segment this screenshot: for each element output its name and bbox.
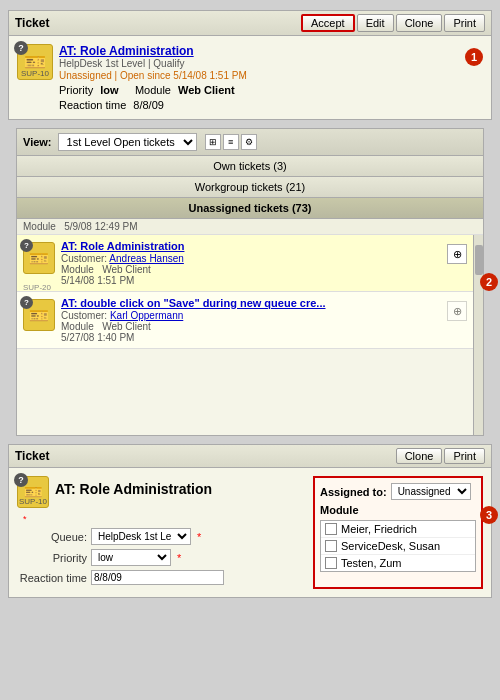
ticket-row-icon-1: ? 🎫: [23, 242, 55, 274]
view-bar: View: 1st Level Open tickets ⊞ ≡ ⚙: [17, 129, 483, 156]
view-label: View:: [23, 136, 52, 148]
module-form-row: Module: [320, 504, 476, 516]
section2-content: ? 🎫 AT: Role Administration Customer: An…: [17, 235, 473, 435]
ticket-row-content-2: AT: double click on "Save" during new qu…: [61, 297, 441, 343]
ticket-row-content-1: AT: Role Administration Customer: Andrea…: [61, 240, 441, 286]
section2-panel: View: 1st Level Open tickets ⊞ ≡ ⚙ Own t…: [16, 128, 484, 436]
section3-header: Ticket Clone Print: [9, 445, 491, 468]
module-row: Module 5/9/08 12:49 PM: [17, 219, 483, 235]
clone-button[interactable]: Clone: [396, 14, 443, 32]
ticket-sup-label: SUP-10: [18, 69, 52, 78]
section3-panel: Ticket Clone Print ? 🎫 SUP-10 AT: Role A…: [8, 444, 492, 598]
header-buttons: Accept Edit Clone Print: [301, 14, 485, 32]
section3-btns: Clone Print: [396, 448, 485, 464]
assigned-select[interactable]: Unassigned: [391, 483, 471, 500]
reaction-row: Reaction time 8/8/09: [59, 99, 457, 111]
date-2: 5/27/08 1:40 PM: [61, 332, 134, 343]
edit-button[interactable]: Edit: [357, 14, 394, 32]
list-icon[interactable]: ≡: [223, 134, 239, 150]
scrollbar[interactable]: [473, 235, 483, 435]
ticket-row-icon-2: ? 🎫: [23, 299, 55, 331]
unassigned-tickets-btn[interactable]: Unassigned tickets (73): [17, 198, 483, 219]
priority-required: *: [177, 552, 181, 564]
reaction-form-label: Reaction time: [17, 572, 87, 584]
section3-wrapper: Ticket Clone Print ? 🎫 SUP-10 AT: Role A…: [8, 444, 492, 598]
reaction-input[interactable]: [91, 570, 224, 585]
view-icons: ⊞ ≡ ⚙: [205, 134, 257, 150]
section1-body: ? 🎫 SUP-10 AT: Role Administration HelpD…: [9, 36, 491, 119]
ticket-icon-sup10: ? 🎫 SUP-10: [17, 44, 53, 80]
list-item: Testen, Zum: [321, 555, 475, 571]
section3-left: ? 🎫 SUP-10 AT: Role Administration * Que…: [17, 476, 305, 589]
queue-label: Queue:: [17, 531, 87, 543]
section3-title: Ticket: [15, 449, 49, 463]
agent-name-0: Meier, Friedrich: [341, 523, 417, 535]
section3-sup-label: SUP-10: [18, 497, 48, 506]
queue-row: Queue: HelpDesk 1st Le *: [17, 528, 305, 545]
section1-header: Ticket Accept Edit Clone Print: [9, 11, 491, 36]
section1-title: Ticket: [15, 16, 49, 30]
assigned-label: Assigned to:: [320, 486, 387, 498]
accept-button[interactable]: Accept: [301, 14, 355, 32]
agent-checkbox-1[interactable]: [325, 540, 337, 552]
ticket-row-meta-1: Customer: Andreas Hansen Module Web Clie…: [61, 253, 441, 286]
section2-wrapper: View: 1st Level Open tickets ⊞ ≡ ⚙ Own t…: [8, 128, 492, 436]
list-item: ServiceDesk, Susan: [321, 538, 475, 555]
sup-label-2: SUP-20: [23, 283, 51, 292]
list-item: Meier, Friedrich: [321, 521, 475, 538]
accept-icon-2[interactable]: ⊕: [447, 301, 467, 321]
agent-checkbox-2[interactable]: [325, 557, 337, 569]
ticket-subtitle: HelpDesk 1st Level | Qualify: [59, 58, 457, 69]
grid-icon[interactable]: ⊞: [205, 134, 221, 150]
q-badge-1: ?: [20, 239, 33, 252]
queue-required: *: [197, 531, 201, 543]
accept-icon-1[interactable]: ⊕: [447, 244, 467, 264]
priority-select[interactable]: low: [91, 549, 171, 566]
priority-label: Priority: [59, 84, 93, 96]
module-label: Module: [135, 84, 171, 96]
view-select[interactable]: 1st Level Open tickets: [58, 133, 197, 151]
section3-print-btn[interactable]: Print: [444, 448, 485, 464]
reaction-label: Reaction time: [59, 99, 126, 111]
section3-clone-btn[interactable]: Clone: [396, 448, 443, 464]
question-badge: ?: [14, 41, 28, 55]
module-val-2: Web Client: [102, 321, 151, 332]
ticket-row-title-2[interactable]: AT: double click on "Save" during new qu…: [61, 297, 441, 309]
agent-list: Meier, Friedrich ServiceDesk, Susan Test…: [320, 520, 476, 572]
callout-1: 1: [465, 48, 483, 66]
agent-checkbox-0[interactable]: [325, 523, 337, 535]
module-val-1: Web Client: [102, 264, 151, 275]
ticket-props: Priority low Module Web Client: [59, 84, 457, 96]
queue-select[interactable]: HelpDesk 1st Le: [91, 528, 191, 545]
workgroup-tickets-btn[interactable]: Workgroup tickets (21): [17, 177, 483, 198]
ticket-info: AT: Role Administration HelpDesk 1st Lev…: [59, 44, 457, 111]
own-tickets-btn[interactable]: Own tickets (3): [17, 156, 483, 177]
customer-link-2[interactable]: Karl Oppermann: [110, 310, 183, 321]
agent-name-2: Testen, Zum: [341, 557, 402, 569]
print-button[interactable]: Print: [444, 14, 485, 32]
table-row: ? 🎫 AT: Role Administration Customer: An…: [17, 235, 473, 292]
customer-label-1: Customer:: [61, 253, 107, 264]
settings-icon[interactable]: ⚙: [241, 134, 257, 150]
section1-panel: Ticket Accept Edit Clone Print ? 🎫 SUP-1…: [8, 10, 492, 120]
section3-q-badge: ?: [14, 473, 28, 487]
section3-ticket-header: ? 🎫 SUP-10 AT: Role Administration: [17, 476, 305, 508]
reaction-value: 8/8/09: [133, 99, 164, 111]
required-note: *: [23, 514, 305, 524]
table-row: ? 🎫 AT: double click on "Save" during ne…: [17, 292, 473, 349]
ticket-title[interactable]: AT: Role Administration: [59, 44, 457, 58]
date-1: 5/14/08 1:51 PM: [61, 275, 134, 286]
ticket-meta: Unassigned | Open since 5/14/08 1:51 PM: [59, 70, 457, 81]
section3-body: ? 🎫 SUP-10 AT: Role Administration * Que…: [9, 468, 491, 597]
ticket-icon-img-1: 🎫: [29, 249, 49, 268]
assigned-panel: Assigned to: Unassigned Module Meier, Fr…: [313, 476, 483, 589]
customer-link-1[interactable]: Andreas Hansen: [109, 253, 184, 264]
module-form-label: Module: [320, 504, 359, 516]
callout-2: 2: [480, 273, 498, 291]
ticket-row-title-1[interactable]: AT: Role Administration: [61, 240, 441, 252]
scrollbar-thumb[interactable]: [475, 245, 483, 275]
ticket-icon-img-2: 🎫: [29, 306, 49, 325]
section3-ticket-icon: ? 🎫 SUP-10: [17, 476, 49, 508]
section3-ticket-title: AT: Role Administration: [55, 481, 212, 497]
reaction-form-row: Reaction time: [17, 570, 305, 585]
